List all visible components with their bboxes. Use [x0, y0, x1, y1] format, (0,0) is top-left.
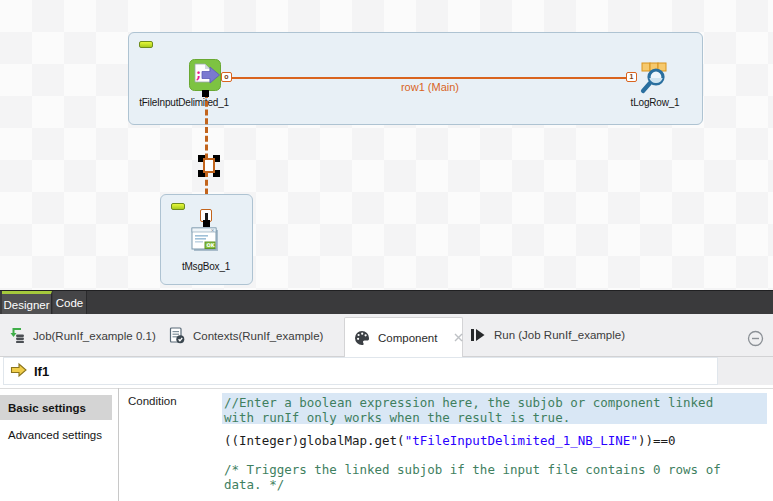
tab-code-label: Code [56, 297, 84, 309]
tab-designer[interactable]: Designer [2, 291, 52, 315]
component-palette-icon [354, 330, 370, 346]
job-icon [8, 327, 25, 344]
row-connection-line[interactable] [232, 77, 626, 79]
trigger-link-label[interactable] [203, 158, 215, 173]
code-comment-line: with runIf only works when the result is… [224, 410, 570, 425]
code-expr-string: "tFileInputDelimited_1_NB_LINE" [405, 433, 638, 448]
code-comment-line: /* Triggers the linked subjob if the inp… [224, 462, 721, 477]
design-canvas[interactable]: ; o row1 (Main) 1 tFileInputDelimited_1 … [0, 0, 773, 290]
nav-item-basic-settings[interactable]: Basic settings [0, 395, 112, 420]
condition-label: Condition [128, 395, 177, 407]
component-label-tlogrow[interactable]: tLogRow_1 [622, 97, 688, 108]
divider [0, 388, 773, 389]
component-label-tmsgbox[interactable]: tMsgBox_1 [166, 261, 246, 272]
run-icon [470, 327, 486, 343]
code-expr-suffix: ))==0 [638, 433, 676, 448]
svg-text:;: ; [196, 66, 201, 82]
subjob-collapse-toggle[interactable] [139, 41, 153, 48]
output-port[interactable]: o [221, 72, 232, 82]
divider [118, 388, 119, 501]
tab-code[interactable]: Code [53, 291, 87, 315]
trigger-anchor-pin [205, 213, 208, 220]
contexts-icon [168, 327, 185, 344]
selection-handle-top[interactable] [202, 90, 209, 97]
tfileinputdelimited-icon[interactable]: ; [189, 59, 221, 91]
tab-job-label: Job(RunIf_example 0.1) [33, 330, 156, 342]
code-comment-line: data. */ [224, 477, 284, 492]
condition-editor[interactable]: //Enter a boolean expression here, the s… [222, 393, 767, 501]
code-expr-prefix: ((Integer)globalMap.get( [224, 433, 405, 448]
selection-handle-target[interactable] [203, 220, 210, 227]
tlogrow-icon[interactable] [639, 62, 669, 96]
editor-mode-bar: Designer Code [0, 290, 773, 314]
tab-designer-label: Designer [3, 299, 49, 311]
minimize-icon [747, 337, 764, 349]
subjob-collapse-toggle[interactable] [171, 203, 185, 210]
tab-contexts-label: Contexts(RunIf_example) [193, 330, 323, 342]
input-port[interactable]: 1 [626, 72, 637, 82]
component-title: If1 [34, 364, 49, 379]
connection-label[interactable]: row1 (Main) [370, 81, 490, 93]
nav-item-advanced-settings[interactable]: Advanced settings [0, 422, 112, 447]
code-comment-line: //Enter a boolean expression here, the s… [224, 395, 713, 410]
tab-job[interactable]: Job(RunIf_example 0.1) [8, 327, 156, 344]
svg-text:×: × [211, 227, 215, 233]
minimize-button[interactable] [747, 330, 764, 347]
tab-contexts[interactable]: Contexts(RunIf_example) [168, 327, 323, 344]
tab-component-label: Component [378, 332, 437, 344]
if-arrow-icon [10, 362, 27, 380]
view-tabs-bar: Job(RunIf_example 0.1) Contexts(RunIf_ex… [0, 314, 773, 357]
component-label-tfileinputdelimited[interactable]: tFileInputDelimited_1 [134, 97, 234, 108]
close-icon[interactable] [454, 332, 463, 344]
code-expression-line: ((Integer)globalMap.get("tFileInputDelim… [224, 433, 676, 448]
talend-studio-window: ; o row1 (Main) 1 tFileInputDelimited_1 … [0, 0, 773, 501]
component-header: If1 [3, 357, 718, 385]
tab-run-label: Run (Job RunIf_example) [494, 329, 625, 341]
tab-run[interactable]: Run (Job RunIf_example) [470, 327, 625, 343]
component-view-panel: If1 Basic settings Advanced settings Con… [0, 357, 773, 501]
msgbox-ok-badge: OK [207, 242, 216, 248]
tmsgbox-icon[interactable]: × OK [191, 227, 219, 252]
tab-component[interactable]: Component [344, 317, 463, 357]
panel-filler [718, 357, 773, 385]
